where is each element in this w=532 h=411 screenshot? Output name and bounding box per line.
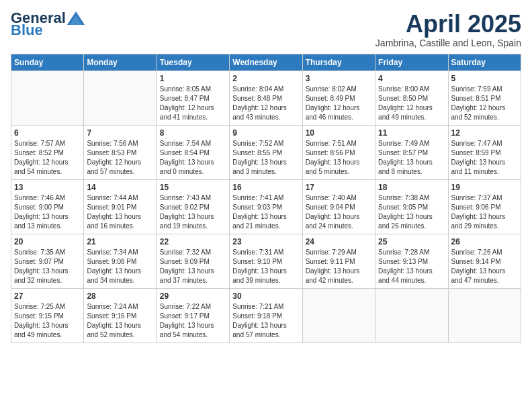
day-number: 23 xyxy=(232,237,299,246)
day-number: 24 xyxy=(306,237,372,246)
day-info: Sunrise: 7:43 AM Sunset: 9:02 PM Dayligh… xyxy=(160,193,226,231)
weekday-header-wednesday: Wednesday xyxy=(230,54,302,71)
day-number: 2 xyxy=(232,74,299,83)
calendar-week-3: 13Sunrise: 7:46 AM Sunset: 9:00 PM Dayli… xyxy=(11,179,521,234)
day-number: 1 xyxy=(160,74,226,83)
calendar-cell: 5Sunrise: 7:59 AM Sunset: 8:51 PM Daylig… xyxy=(448,71,521,125)
day-number: 30 xyxy=(232,291,299,301)
calendar-cell xyxy=(302,288,375,342)
location-subtitle: Jambrina, Castille and Leon, Spain xyxy=(375,38,521,48)
day-number: 22 xyxy=(160,237,226,246)
day-info: Sunrise: 7:52 AM Sunset: 8:55 PM Dayligh… xyxy=(232,139,299,177)
weekday-header-sunday: Sunday xyxy=(11,54,84,71)
calendar-cell: 17Sunrise: 7:40 AM Sunset: 9:04 PM Dayli… xyxy=(302,179,375,234)
calendar-cell: 1Sunrise: 8:05 AM Sunset: 8:47 PM Daylig… xyxy=(157,71,229,125)
weekday-header-row: SundayMondayTuesdayWednesdayThursdayFrid… xyxy=(11,54,521,71)
calendar-cell: 26Sunrise: 7:26 AM Sunset: 9:14 PM Dayli… xyxy=(448,234,521,288)
day-info: Sunrise: 7:44 AM Sunset: 9:01 PM Dayligh… xyxy=(87,193,153,231)
calendar-cell: 24Sunrise: 7:29 AM Sunset: 9:11 PM Dayli… xyxy=(302,234,375,288)
day-info: Sunrise: 7:38 AM Sunset: 9:05 PM Dayligh… xyxy=(378,193,445,231)
day-number: 9 xyxy=(232,128,299,138)
day-number: 25 xyxy=(378,237,445,246)
calendar-cell: 27Sunrise: 7:25 AM Sunset: 9:15 PM Dayli… xyxy=(11,288,84,342)
calendar-cell: 29Sunrise: 7:22 AM Sunset: 9:17 PM Dayli… xyxy=(157,288,229,342)
day-info: Sunrise: 7:22 AM Sunset: 9:17 PM Dayligh… xyxy=(160,302,226,340)
day-number: 7 xyxy=(87,128,153,138)
day-info: Sunrise: 7:59 AM Sunset: 8:51 PM Dayligh… xyxy=(451,85,518,122)
day-info: Sunrise: 8:00 AM Sunset: 8:50 PM Dayligh… xyxy=(378,85,445,122)
day-number: 28 xyxy=(87,291,153,301)
day-info: Sunrise: 7:32 AM Sunset: 9:09 PM Dayligh… xyxy=(160,248,226,285)
day-info: Sunrise: 7:35 AM Sunset: 9:07 PM Dayligh… xyxy=(14,248,81,285)
day-info: Sunrise: 7:34 AM Sunset: 9:08 PM Dayligh… xyxy=(87,248,153,285)
month-title: April 2025 xyxy=(375,11,521,38)
calendar-cell: 10Sunrise: 7:51 AM Sunset: 8:56 PM Dayli… xyxy=(302,125,375,179)
day-number: 26 xyxy=(451,237,518,246)
calendar-cell: 4Sunrise: 8:00 AM Sunset: 8:50 PM Daylig… xyxy=(375,71,448,125)
calendar-cell: 6Sunrise: 7:57 AM Sunset: 8:52 PM Daylig… xyxy=(11,125,84,179)
day-number: 13 xyxy=(14,183,81,192)
calendar-cell: 16Sunrise: 7:41 AM Sunset: 9:03 PM Dayli… xyxy=(230,179,302,234)
calendar-cell: 15Sunrise: 7:43 AM Sunset: 9:02 PM Dayli… xyxy=(157,179,229,234)
day-info: Sunrise: 7:28 AM Sunset: 9:13 PM Dayligh… xyxy=(378,248,445,285)
day-info: Sunrise: 8:05 AM Sunset: 8:47 PM Dayligh… xyxy=(160,85,226,122)
day-info: Sunrise: 7:56 AM Sunset: 8:53 PM Dayligh… xyxy=(87,139,153,177)
calendar-cell: 20Sunrise: 7:35 AM Sunset: 9:07 PM Dayli… xyxy=(11,234,84,288)
logo: General Blue xyxy=(11,11,85,38)
weekday-header-friday: Friday xyxy=(375,54,448,71)
weekday-header-saturday: Saturday xyxy=(448,54,521,71)
calendar-cell: 9Sunrise: 7:52 AM Sunset: 8:55 PM Daylig… xyxy=(230,125,302,179)
day-info: Sunrise: 7:41 AM Sunset: 9:03 PM Dayligh… xyxy=(232,193,299,231)
day-number: 4 xyxy=(378,74,445,83)
calendar-cell: 14Sunrise: 7:44 AM Sunset: 9:01 PM Dayli… xyxy=(84,179,157,234)
calendar-cell: 30Sunrise: 7:21 AM Sunset: 9:18 PM Dayli… xyxy=(230,288,302,342)
calendar-cell: 18Sunrise: 7:38 AM Sunset: 9:05 PM Dayli… xyxy=(375,179,448,234)
day-number: 6 xyxy=(14,128,81,138)
day-number: 18 xyxy=(378,183,445,192)
day-number: 5 xyxy=(451,74,518,83)
calendar-cell: 2Sunrise: 8:04 AM Sunset: 8:48 PM Daylig… xyxy=(230,71,302,125)
day-number: 16 xyxy=(232,183,299,192)
calendar-cell: 7Sunrise: 7:56 AM Sunset: 8:53 PM Daylig… xyxy=(84,125,157,179)
day-info: Sunrise: 7:31 AM Sunset: 9:10 PM Dayligh… xyxy=(232,248,299,285)
day-number: 15 xyxy=(160,183,226,192)
calendar-cell xyxy=(375,288,448,342)
day-info: Sunrise: 7:25 AM Sunset: 9:15 PM Dayligh… xyxy=(14,302,81,340)
day-info: Sunrise: 7:51 AM Sunset: 8:56 PM Dayligh… xyxy=(306,139,372,177)
day-info: Sunrise: 7:49 AM Sunset: 8:57 PM Dayligh… xyxy=(378,139,445,177)
calendar-cell xyxy=(448,288,521,342)
day-info: Sunrise: 7:46 AM Sunset: 9:00 PM Dayligh… xyxy=(14,193,81,231)
day-info: Sunrise: 7:47 AM Sunset: 8:59 PM Dayligh… xyxy=(451,139,518,177)
day-number: 14 xyxy=(87,183,153,192)
calendar-cell: 12Sunrise: 7:47 AM Sunset: 8:59 PM Dayli… xyxy=(448,125,521,179)
calendar-cell: 28Sunrise: 7:24 AM Sunset: 9:16 PM Dayli… xyxy=(84,288,157,342)
day-info: Sunrise: 7:24 AM Sunset: 9:16 PM Dayligh… xyxy=(87,302,153,340)
logo-icon xyxy=(67,11,85,25)
day-info: Sunrise: 7:40 AM Sunset: 9:04 PM Dayligh… xyxy=(306,193,372,231)
calendar-cell xyxy=(84,71,157,125)
calendar-cell: 11Sunrise: 7:49 AM Sunset: 8:57 PM Dayli… xyxy=(375,125,448,179)
calendar-table: SundayMondayTuesdayWednesdayThursdayFrid… xyxy=(11,54,521,343)
day-number: 20 xyxy=(14,237,81,246)
day-number: 11 xyxy=(378,128,445,138)
day-number: 29 xyxy=(160,291,226,301)
calendar-cell: 3Sunrise: 8:02 AM Sunset: 8:49 PM Daylig… xyxy=(302,71,375,125)
page-header: General Blue April 2025 Jambrina, Castil… xyxy=(11,11,521,48)
calendar-week-5: 27Sunrise: 7:25 AM Sunset: 9:15 PM Dayli… xyxy=(11,288,521,342)
day-number: 8 xyxy=(160,128,226,138)
calendar-cell: 19Sunrise: 7:37 AM Sunset: 9:06 PM Dayli… xyxy=(448,179,521,234)
calendar-cell xyxy=(11,71,84,125)
calendar-week-4: 20Sunrise: 7:35 AM Sunset: 9:07 PM Dayli… xyxy=(11,234,521,288)
day-info: Sunrise: 7:26 AM Sunset: 9:14 PM Dayligh… xyxy=(451,248,518,285)
day-number: 21 xyxy=(87,237,153,246)
day-number: 10 xyxy=(306,128,372,138)
day-info: Sunrise: 7:54 AM Sunset: 8:54 PM Dayligh… xyxy=(160,139,226,177)
day-number: 17 xyxy=(306,183,372,192)
calendar-cell: 8Sunrise: 7:54 AM Sunset: 8:54 PM Daylig… xyxy=(157,125,229,179)
calendar-cell: 22Sunrise: 7:32 AM Sunset: 9:09 PM Dayli… xyxy=(157,234,229,288)
calendar-cell: 23Sunrise: 7:31 AM Sunset: 9:10 PM Dayli… xyxy=(230,234,302,288)
day-number: 27 xyxy=(14,291,81,301)
calendar-cell: 21Sunrise: 7:34 AM Sunset: 9:08 PM Dayli… xyxy=(84,234,157,288)
weekday-header-tuesday: Tuesday xyxy=(157,54,229,71)
day-info: Sunrise: 7:57 AM Sunset: 8:52 PM Dayligh… xyxy=(14,139,81,177)
